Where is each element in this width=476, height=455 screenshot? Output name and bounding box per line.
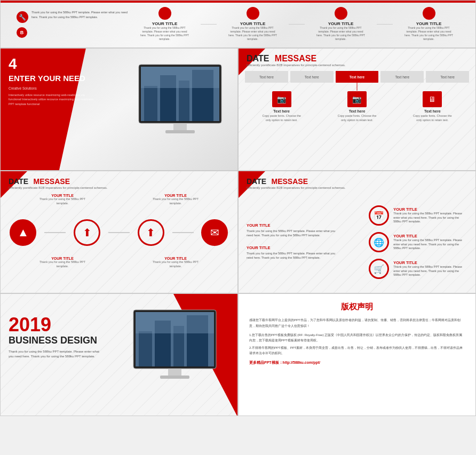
svg-rect-2 xyxy=(144,86,157,121)
top-item-2-title: YOUR TITLE xyxy=(150,194,201,197)
date-tabs-slide: DATE MESSASE Efficiently pontificate B2B… xyxy=(238,48,476,171)
circular-right: 📅 YOUR TITLE Thank you for using the 588… xyxy=(369,198,475,293)
circ-item-1-desc: Thank you for using the 588ku PPT templa… xyxy=(393,212,463,224)
circ-item-3: 🛒 YOUR TITLE Thank you for using the 588… xyxy=(369,259,463,279)
need-body: Interactively utilize resource maximizin… xyxy=(9,93,94,106)
process-icon-2: ⬆ xyxy=(74,219,100,246)
circ-item-2-desc: Thank you for using the 588ku PPT templa… xyxy=(393,238,463,251)
circ-item-1: 📅 YOUR TITLE Thank you for using the 588… xyxy=(369,205,463,226)
bottom-item-1-title: YOUR TITLE xyxy=(37,257,88,260)
process-icon-1: ▲ xyxy=(10,219,36,246)
banner-col-2-title: YOUR TITLE xyxy=(240,21,266,26)
banner-content: 🔧 Thank you for using the 588ku PPT temp… xyxy=(11,4,465,44)
date-title-red: MESSASE xyxy=(275,54,316,63)
date-red-3: MESSASE xyxy=(272,177,308,186)
tab-5[interactable]: Text here xyxy=(426,71,469,83)
red-bar xyxy=(1,1,475,3)
circular-content: YOUR TITLE Thank you for using the 588ku… xyxy=(239,198,475,293)
copyright-item-1: 1.您下载出售的PPT模板免费版权 (RF: Royaliy-Free) 正版受… xyxy=(249,332,465,343)
year-text: 2019 xyxy=(9,315,105,334)
wrench-icon: 🔧 xyxy=(19,14,26,21)
svg-rect-6 xyxy=(141,67,219,88)
copyright-intro: 感谢您下载牛客网平台上提供的PPT作品，为了您和牛客网以及原创作者的利益，请勿复… xyxy=(249,317,465,329)
svg-rect-16 xyxy=(168,369,181,377)
circ-left-1-title: YOUR TITLE xyxy=(247,223,361,228)
camera-icon-box-2: 📷 xyxy=(347,91,367,107)
top-item-1: YOUR TITLE Thank you for using the 588ku… xyxy=(37,194,88,205)
bottom-item-1-body: Thank you for using the 588ku PPT templa… xyxy=(37,260,88,268)
banner-col-4-title: YOUR TITLE xyxy=(416,21,442,26)
top-item-2-body: Thank you for using the 588ku PPT templa… xyxy=(150,197,201,205)
icon-1-label: Text here xyxy=(273,109,290,113)
copyright-title: 版权声明 xyxy=(249,302,465,312)
date-icons-slide: DATE MESSASE Efficiently pontificate B2B… xyxy=(0,171,238,293)
copyright-link[interactable]: 更多精品PPT模板：http://588ku.com/ppt/ xyxy=(249,360,465,365)
content-left: 4 ENTER YOUR NEED Creative Solutions Int… xyxy=(1,49,100,170)
icon-item-2: 📷 Text here Copy paste fonts. Choose the… xyxy=(336,91,378,122)
bottom-item-2: YOUR TITLE Thank you for using the 588ku… xyxy=(150,257,201,268)
circ-item-3-desc: Thank you for using the 588ku PPT templa… xyxy=(393,265,463,277)
svg-rect-7 xyxy=(173,123,187,131)
circ-item-2-title: YOUR TITLE xyxy=(393,234,463,238)
svg-rect-8 xyxy=(165,130,195,133)
circ-item-2: 🌐 YOUR TITLE Thank you for using the 588… xyxy=(369,232,463,252)
bottom-item-1: YOUR TITLE Thank you for using the 588ku… xyxy=(37,257,88,268)
date-subtitle-2: Efficiently pontificate B2B imperatives … xyxy=(9,186,107,189)
date-red-2: MESSASE xyxy=(34,177,70,186)
banner-col-1-title: YOUR TITLE xyxy=(152,21,178,26)
camera-icon: 📷 xyxy=(277,95,286,103)
banner-col-2-body: Thank you for using the 588ku PPT templa… xyxy=(227,26,278,41)
b-badge: B xyxy=(17,27,27,38)
tab-1[interactable]: Text here xyxy=(245,71,288,83)
circ-left-2-title: YOUR TITLE xyxy=(247,245,361,250)
circular-left-1: YOUR TITLE Thank you for using the 588ku… xyxy=(247,223,361,238)
svg-rect-17 xyxy=(160,376,189,379)
banner-slide: 🔧 Thank you for using the 588ku PPT temp… xyxy=(0,0,476,48)
banner-col-1-body: Thank you for using the 588ku PPT templa… xyxy=(139,26,190,41)
globe-icon-circle: 🌐 xyxy=(369,232,389,252)
icons-row: 📷 Text here Copy paste fonts. Choose the… xyxy=(244,91,470,122)
top-item-1-body: Thank you for using the 588ku PPT templa… xyxy=(37,197,88,205)
circ-item-2-text: YOUR TITLE Thank you for using the 588ku… xyxy=(393,234,463,251)
svg-rect-15 xyxy=(136,312,214,333)
active-tab-line xyxy=(357,83,358,91)
banner-left-text: Thank you for using the 588ku PPT templa… xyxy=(31,10,129,20)
banner-col-3-body: Thank you for using the 588ku PPT templa… xyxy=(315,26,366,41)
date-circular-slide: DATE MESSASE Efficiently pontificate B2B… xyxy=(238,171,476,293)
icon-2-desc: Copy paste fonts. Choose the only option… xyxy=(336,114,378,122)
top-item-2: YOUR TITLE Thank you for using the 588ku… xyxy=(150,194,201,205)
calendar-icon-circle: 📅 xyxy=(369,205,389,226)
circ-left-1-body: Thank you for using the 588ku PPT templa… xyxy=(247,229,337,238)
date-title-black: DATE xyxy=(247,54,269,63)
svg-rect-11 xyxy=(139,331,152,366)
date-subtitle-3: Efficiently pontificate B2B imperatives … xyxy=(247,186,345,189)
monitor-icon-box: 🖥 xyxy=(423,91,442,107)
tab-3-active[interactable]: Text here xyxy=(336,71,379,83)
circ-item-3-title: YOUR TITLE xyxy=(393,260,463,265)
top-item-1-title: YOUR TITLE xyxy=(37,194,88,197)
bottom-items-row: YOUR TITLE Thank you for using the 588ku… xyxy=(6,257,232,268)
date-subtitle: Efficiently pontificate B2B imperatives … xyxy=(247,63,345,67)
need-subtitle: Creative Solutions xyxy=(9,86,94,91)
connector-2 xyxy=(108,232,130,233)
business-monitor xyxy=(123,305,229,397)
process-icon-3: ⬆ xyxy=(138,219,164,246)
need-title: ENTER YOUR NEED xyxy=(9,74,94,83)
icon-3-desc: Copy paste fonts. Choose the only option… xyxy=(411,114,454,122)
business-content: 2019 BUSINESS DESIGN Thank you for using… xyxy=(9,315,105,359)
banner-col-4-body: Thank you for using the 588ku PPT templa… xyxy=(403,26,454,41)
tabs-row: Text here Text here Text here Text here … xyxy=(244,71,470,83)
copyright-item-2: 2.不得将牛客网的PPT模板、PPT素材，本身用于商业营，成套出售，出售，转让，… xyxy=(249,345,465,356)
business-slide: 2019 BUSINESS DESIGN Thank you for using… xyxy=(0,293,238,416)
icon-item-3: 🖥 Text here Copy paste fonts. Choose the… xyxy=(411,91,454,122)
tab-2[interactable]: Text here xyxy=(290,71,334,83)
circular-left: YOUR TITLE Thank you for using the 588ku… xyxy=(239,198,369,293)
date-black-3: DATE xyxy=(247,177,266,186)
circ-item-3-text: YOUR TITLE Thank you for using the 588ku… xyxy=(393,260,463,277)
cart-icon-circle: 🛒 xyxy=(369,259,389,279)
bottom-item-2-title: YOUR TITLE xyxy=(150,257,201,260)
tab-4[interactable]: Text here xyxy=(380,71,424,83)
icon-3-label: Text here xyxy=(424,109,441,113)
camera-icon-2: 📷 xyxy=(352,95,361,103)
date-black-2: DATE xyxy=(9,177,28,186)
